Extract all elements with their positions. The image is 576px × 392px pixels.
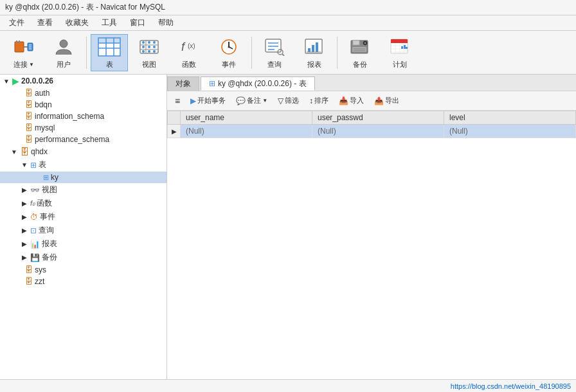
tree-item-views-folder[interactable]: ▶ 👓 视图 (0, 183, 166, 197)
funcs-folder-label: 函数 (37, 198, 52, 209)
svg-rect-14 (98, 38, 120, 43)
func-button[interactable]: f (x) 函数 (170, 34, 208, 71)
tree-item-performance-schema[interactable]: 🗄 performance_schema (0, 134, 166, 145)
tables-folder-icon: ⊞ (30, 161, 37, 170)
tree-item-zzt[interactable]: 🗄 zzt (0, 276, 166, 287)
tree-item-information-schema[interactable]: 🗄 information_schema (0, 111, 166, 122)
bdqn-label: bdqn (35, 100, 52, 109)
table-row[interactable]: ▶ (Null) (Null) (Null) (168, 125, 576, 138)
funcs-folder-icon: f₀ (30, 199, 35, 208)
views-folder-label: 视图 (42, 184, 57, 195)
server-tree-icon: ▶ (12, 76, 19, 86)
begin-transaction-button[interactable]: ▶ 开始事务 (186, 94, 230, 107)
comment-button[interactable]: 💬 备注 ▼ (232, 94, 271, 107)
toolbar: 连接 ▼ 用户 表 (0, 31, 576, 75)
report-button[interactable]: 报表 (296, 34, 333, 71)
svg-rect-41 (308, 48, 310, 52)
tree-item-auth[interactable]: 🗄 auth (0, 87, 166, 99)
menu-tools[interactable]: 工具 (95, 16, 123, 30)
queries-folder-icon: ⊡ (30, 226, 37, 235)
zzt-label: zzt (35, 277, 44, 286)
report-icon (303, 35, 326, 58)
event-label: 事件 (222, 60, 236, 69)
begin-transaction-label: 开始事务 (197, 96, 226, 105)
filter-button[interactable]: ▽ 筛选 (274, 94, 303, 107)
tree-item-reports-folder[interactable]: ▶ 📊 报表 (0, 237, 166, 251)
sort-icon: ↕ (309, 96, 313, 105)
sys-label: sys (35, 265, 46, 274)
table: user_name user_passwd level ▶ (Null) (Nu… (167, 111, 576, 138)
connect-button[interactable]: 连接 ▼ (5, 34, 42, 71)
backup-icon (348, 35, 372, 58)
tree-item-backups-folder[interactable]: ▶ 💾 备份 (0, 251, 166, 264)
cell-user-name[interactable]: (Null) (181, 125, 312, 138)
plan-button[interactable]: 计划 (381, 34, 419, 71)
table-button[interactable]: 表 (91, 34, 128, 71)
ky-label: ky (51, 173, 59, 182)
filter-icon: ▽ (278, 96, 284, 105)
svg-point-21 (153, 41, 156, 44)
view-label: 视图 (142, 60, 156, 69)
tree-item-ky[interactable]: ⊞ ky (0, 172, 166, 183)
tree-item-queries-folder[interactable]: ▶ ⊡ 查询 (0, 224, 166, 237)
svg-point-48 (364, 42, 366, 44)
status-link[interactable]: https://blog.csdn.net/weixin_48190895 (451, 382, 571, 390)
svg-rect-2 (19, 40, 20, 43)
status-bar: https://blog.csdn.net/weixin_48190895 (0, 379, 576, 392)
tree-item-tables-folder[interactable]: ▼ ⊞ 表 (0, 158, 166, 172)
svg-text:f: f (181, 40, 186, 53)
tree-item-bdqn[interactable]: 🗄 bdqn (0, 99, 166, 111)
svg-point-26 (148, 50, 150, 53)
reports-folder-label: 报表 (42, 238, 57, 249)
tree-item-mysql[interactable]: 🗄 mysql (0, 122, 166, 134)
tree-item-events-folder[interactable]: ▶ ⏱ 事件 (0, 210, 166, 224)
ky-table-icon: ⊞ (43, 174, 49, 182)
menu-window[interactable]: 窗口 (123, 16, 152, 30)
cell-user-passwd[interactable]: (Null) (312, 125, 444, 138)
tree-item-server[interactable]: ▼ ▶ 20.0.0.26 (0, 75, 166, 87)
comment-dropdown-arrow: ▼ (262, 98, 267, 103)
menu-file[interactable]: 文件 (3, 16, 31, 30)
sidebar: ▼ ▶ 20.0.0.26 🗄 auth 🗄 bdqn 🗄 informatio… (0, 75, 167, 379)
tree-item-sys[interactable]: 🗄 sys (0, 264, 166, 276)
backup-button[interactable]: 备份 (341, 34, 379, 71)
svg-point-33 (228, 46, 230, 48)
import-label: 导入 (350, 96, 364, 105)
view-button[interactable]: 视图 (130, 34, 168, 71)
tab-ky-label: ky @qhdx (20.0.0.26) - 表 (218, 78, 307, 89)
connect-label: 连接 (14, 60, 28, 69)
table-header: user_name user_passwd level (168, 111, 576, 125)
export-button[interactable]: 📤 导出 (370, 94, 403, 107)
col-user-passwd[interactable]: user_passwd (312, 111, 444, 125)
sort-button[interactable]: ↕ 排序 (305, 94, 332, 107)
import-button[interactable]: 📥 导入 (335, 94, 368, 107)
events-folder-icon: ⏱ (30, 213, 38, 222)
zzt-db-icon: 🗄 (25, 277, 33, 286)
user-button[interactable]: 用户 (45, 34, 82, 71)
plan-icon (388, 35, 411, 58)
info-schema-db-icon: 🗄 (25, 112, 33, 121)
col-level[interactable]: level (444, 111, 576, 125)
menu-view[interactable]: 查看 (31, 16, 59, 30)
svg-rect-63 (406, 47, 408, 49)
server-arrow-icon: ▼ (3, 78, 10, 85)
func-label: 函数 (182, 60, 196, 69)
views-folder-arrow-icon: ▶ (21, 186, 28, 193)
tree-item-funcs-folder[interactable]: ▶ f₀ 函数 (0, 197, 166, 210)
tab-objects[interactable]: 对象 (167, 76, 199, 91)
mysql-label: mysql (35, 123, 55, 132)
query-button[interactable]: 查询 (256, 34, 293, 71)
menu-help[interactable]: 帮助 (152, 16, 180, 30)
event-button[interactable]: 事件 (210, 34, 248, 71)
sort-label: 排序 (314, 96, 328, 105)
svg-rect-54 (391, 42, 408, 43)
query-label: 查询 (267, 60, 282, 69)
tree-item-qhdx[interactable]: ▼ 🗄 qhdx (0, 145, 166, 158)
col-user-name[interactable]: user_name (181, 111, 312, 125)
menu-action-button[interactable]: ≡ (171, 94, 184, 107)
cell-level[interactable]: (Null) (444, 125, 576, 138)
tab-ky-table[interactable]: ⊞ ky @qhdx (20.0.0.26) - 表 (201, 76, 315, 91)
svg-rect-43 (316, 42, 318, 52)
svg-point-24 (153, 46, 156, 48)
menu-favorites[interactable]: 收藏夹 (59, 16, 95, 30)
